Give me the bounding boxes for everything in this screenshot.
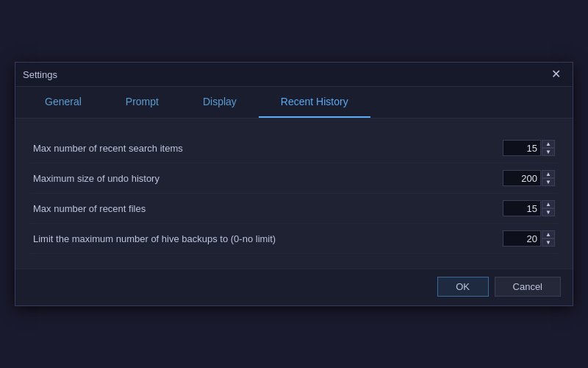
spinner-down-max-undo-history[interactable]: ▼ (542, 178, 555, 186)
spinner-btns-max-recent-files: ▲ ▼ (542, 200, 555, 216)
spinner-up-max-undo-history[interactable]: ▲ (542, 170, 555, 178)
setting-label-max-search-items: Max number of recent search items (33, 143, 183, 154)
spinner-btns-max-hive-backups: ▲ ▼ (542, 230, 555, 247)
setting-row: Max number of recent search items ▲ ▼ (30, 133, 558, 163)
window-title: Settings (23, 69, 57, 80)
spinner-up-max-search-items[interactable]: ▲ (542, 140, 555, 148)
close-button[interactable]: ✕ (547, 67, 565, 82)
spinner-down-max-search-items[interactable]: ▼ (542, 148, 555, 156)
setting-row: Limit the maximum number of hive backups… (30, 224, 558, 254)
ok-button[interactable]: OK (437, 277, 489, 297)
tab-prompt[interactable]: Prompt (104, 87, 181, 118)
spinner-btns-max-undo-history: ▲ ▼ (542, 170, 555, 186)
spinner-max-search-items: ▲ ▼ (503, 140, 555, 156)
setting-row: Maximum size of undo history ▲ ▼ (30, 163, 558, 194)
cancel-button[interactable]: Cancel (495, 277, 561, 297)
settings-content: Max number of recent search items ▲ ▼ Ma… (15, 118, 573, 269)
spinner-input-max-recent-files[interactable] (503, 200, 541, 216)
title-bar: Settings ✕ (15, 63, 573, 87)
tab-bar: General Prompt Display Recent History (15, 87, 573, 118)
footer: OK Cancel (15, 269, 573, 305)
setting-label-max-hive-backups: Limit the maximum number of hive backups… (33, 233, 276, 244)
spinner-max-undo-history: ▲ ▼ (503, 170, 555, 186)
spinner-up-max-hive-backups[interactable]: ▲ (542, 230, 555, 238)
settings-dialog: Settings ✕ General Prompt Display Recent… (15, 62, 573, 306)
tab-recent-history[interactable]: Recent History (259, 87, 370, 118)
spinner-max-recent-files: ▲ ▼ (503, 200, 555, 216)
spinner-input-max-undo-history[interactable] (503, 170, 541, 186)
setting-row: Max number of recent files ▲ ▼ (30, 194, 558, 224)
tab-general[interactable]: General (23, 87, 104, 118)
spinner-down-max-recent-files[interactable]: ▼ (542, 208, 555, 216)
spinner-input-max-hive-backups[interactable] (503, 230, 541, 247)
setting-label-max-recent-files: Max number of recent files (33, 203, 146, 214)
spinner-max-hive-backups: ▲ ▼ (503, 230, 555, 247)
setting-label-max-undo-history: Maximum size of undo history (33, 173, 159, 184)
spinner-input-max-search-items[interactable] (503, 140, 541, 156)
tab-display[interactable]: Display (181, 87, 259, 118)
spinner-up-max-recent-files[interactable]: ▲ (542, 200, 555, 208)
spinner-btns-max-search-items: ▲ ▼ (542, 140, 555, 156)
spinner-down-max-hive-backups[interactable]: ▼ (542, 238, 555, 247)
